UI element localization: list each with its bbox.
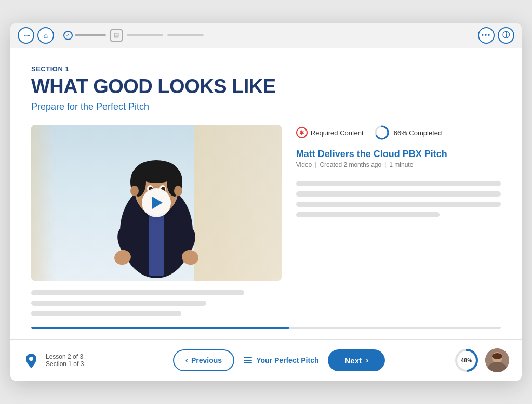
home-button[interactable]: ⌂	[37, 27, 54, 44]
more-button[interactable]: •••	[478, 27, 495, 44]
main-content: SECTION 1 WHAT GOOD LOOKS LIKE Prepare f…	[10, 48, 522, 340]
toolbar-left: ←• ⌂	[18, 27, 54, 44]
step-1: ✓	[63, 31, 106, 40]
right-skel-1	[296, 181, 501, 186]
play-button[interactable]	[142, 188, 171, 217]
back-button[interactable]: ←•	[18, 27, 34, 44]
previous-label: Previous	[191, 356, 222, 364]
required-badge: ✱ Required Content	[296, 127, 364, 138]
lesson-line-1: Lesson 2 of 3	[46, 353, 84, 360]
lesson-info: Lesson 2 of 3 Section 1 of 3	[23, 352, 116, 369]
required-label: Required Content	[311, 129, 364, 137]
svg-point-25	[492, 353, 502, 359]
section-subtitle: Prepare for the Perfect Pitch	[31, 101, 501, 112]
overall-progress-circle: 48%	[454, 348, 479, 373]
avatar[interactable]	[485, 348, 509, 372]
progress-bar-fill	[31, 327, 289, 329]
video-duration: 1 minute	[389, 161, 413, 168]
footer-right: 48%	[442, 348, 509, 373]
info-button[interactable]: ⓘ	[498, 27, 514, 44]
skeleton-lines	[31, 290, 282, 316]
video-created: Created 2 months ago	[320, 161, 381, 168]
right-skel-3	[296, 202, 501, 207]
skeleton-3	[31, 311, 181, 316]
video-meta: Video | Created 2 months ago | 1 minute	[296, 161, 501, 168]
section-label: SECTION 1	[31, 65, 501, 73]
svg-point-19	[29, 357, 33, 361]
hamburger-icon	[244, 357, 252, 363]
prev-chevron-icon: ‹	[185, 356, 188, 365]
step-bar-2	[127, 34, 163, 36]
next-button[interactable]: Next ›	[328, 349, 385, 371]
lesson-text: Lesson 2 of 3 Section 1 of 3	[46, 353, 84, 368]
right-skel-2	[296, 191, 501, 197]
content-area: ✱ Required Content 66% Completed	[31, 125, 501, 316]
required-icon: ✱	[296, 127, 308, 138]
status-row: ✱ Required Content 66% Completed	[296, 125, 501, 140]
svg-rect-1	[149, 208, 164, 276]
lesson-title-label: Your Perfect Pitch	[256, 356, 318, 364]
footer-nav: ‹ Previous Your Perfect Pitch Next ›	[125, 349, 433, 371]
app-window: ←• ⌂ ✓ ▤ ••	[10, 23, 522, 382]
completed-badge: 66% Completed	[374, 125, 442, 140]
completion-circle	[374, 125, 390, 140]
toolbar-right: ••• ⓘ	[478, 27, 514, 44]
right-skel-4	[296, 212, 440, 217]
check-icon: ✓	[63, 31, 73, 40]
toolbar: ←• ⌂ ✓ ▤ ••	[10, 23, 522, 48]
play-icon	[152, 197, 163, 209]
video-container[interactable]	[31, 125, 282, 281]
skeleton-1	[31, 290, 244, 295]
step-bar-3	[167, 34, 204, 36]
location-icon	[23, 352, 39, 369]
video-title[interactable]: Matt Delivers the Cloud PBX Pitch	[296, 149, 501, 160]
progress-bar-container	[31, 327, 501, 329]
next-label: Next	[344, 356, 362, 365]
video-panel	[31, 125, 282, 316]
completed-label: 66% Completed	[394, 129, 442, 137]
toolbar-middle: ✓ ▤	[63, 29, 469, 42]
svg-point-8	[174, 186, 182, 196]
previous-button[interactable]: ‹ Previous	[173, 349, 234, 371]
video-info: Matt Delivers the Cloud PBX Pitch Video …	[296, 149, 501, 168]
overall-pct-label: 48%	[461, 357, 472, 363]
right-skeleton	[296, 181, 501, 217]
skeleton-2	[31, 301, 206, 306]
lesson-title-button[interactable]: Your Perfect Pitch	[234, 351, 328, 370]
footer: Lesson 2 of 3 Section 1 of 3 ‹ Previous …	[10, 339, 522, 381]
lesson-line-2: Section 1 of 3	[46, 360, 84, 368]
step-2-icon: ▤	[110, 29, 123, 42]
step-bar-1	[75, 34, 106, 36]
curtain-left	[31, 125, 56, 281]
next-chevron-icon: ›	[366, 356, 368, 365]
video-type: Video	[296, 161, 312, 168]
progress-steps: ✓ ▤	[63, 29, 469, 42]
svg-point-7	[130, 186, 139, 196]
right-panel: ✱ Required Content 66% Completed	[296, 125, 501, 316]
section-title: WHAT GOOD LOOKS LIKE	[31, 76, 501, 98]
